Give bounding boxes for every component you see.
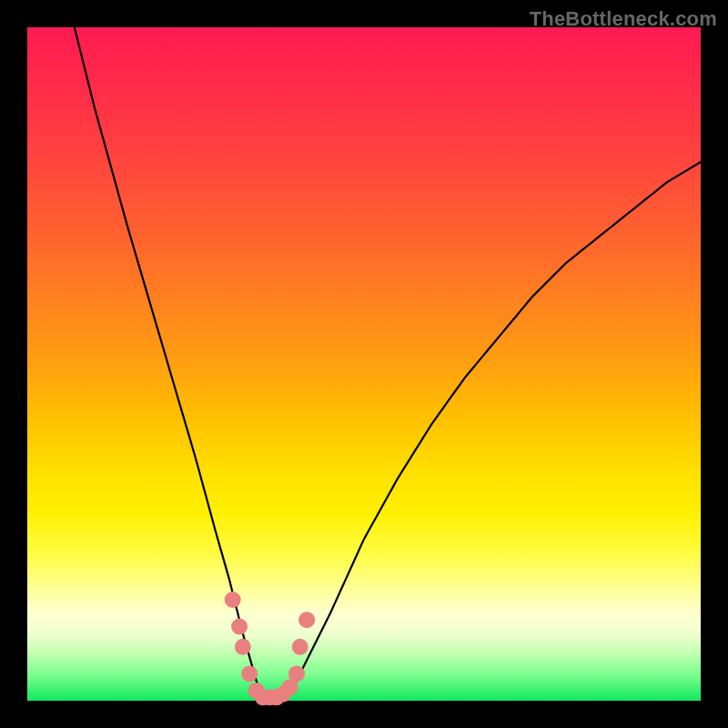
highlight-dot [225, 592, 241, 608]
curve-layer [27, 27, 701, 701]
highlight-dots [225, 592, 315, 705]
highlight-dot [288, 665, 305, 682]
highlight-dot [292, 639, 308, 655]
highlight-dot [298, 612, 315, 628]
bottleneck-curve [75, 27, 701, 701]
highlight-dot [241, 665, 258, 682]
highlight-dot [231, 619, 248, 635]
chart-frame: TheBottleneck.com [0, 0, 728, 728]
plot-area [27, 27, 701, 701]
highlight-dot [235, 639, 251, 655]
